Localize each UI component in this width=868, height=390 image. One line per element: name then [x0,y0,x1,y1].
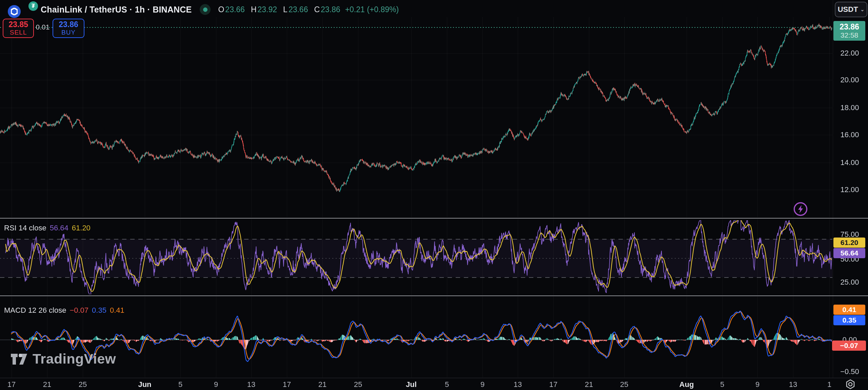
ohlc-readout: O23.66 H23.92 L23.66 C23.86 +0.21 (+0.89… [218,5,399,14]
time-axis-border [0,378,868,378]
price-scale-border [833,0,833,378]
last-price-badge: 23.86 32:58 [833,21,865,41]
macd-label: MACD 12 26 close [4,306,66,315]
pane-separator-rsi-macd[interactable] [0,295,868,296]
sell-price: 23.85 [8,20,28,29]
ohlc-open-label: O [218,5,224,14]
pane-separator-main-rsi[interactable] [0,218,868,219]
currency-label: USDT [838,5,858,14]
buy-label: BUY [61,29,76,36]
rsi-value: 56.64 [50,224,68,232]
spread-value: 0.01 [35,23,50,31]
lightning-icon [793,202,808,217]
ohlc-high-label: H [251,5,257,14]
tether-logo-icon: ₮ [28,1,38,11]
rsi-badge: 56.64 [833,248,865,258]
symbol-title[interactable]: ChainLink / TetherUS · 1h · BINANCE [41,5,192,15]
currency-selector-button[interactable]: USDT ⌄ [835,2,867,17]
watermark-text: TradingView [33,351,116,367]
buy-price: 23.86 [59,20,78,29]
rsi-label: RSI 14 close [4,224,46,232]
ohlc-close-label: C [314,5,320,14]
ohlc-high-value: 23.92 [258,5,277,14]
tradingview-chart-window: ₮ ChainLink / TetherUS · 1h · BINANCE O2… [0,0,868,390]
macd-indicator-legend[interactable]: MACD 12 26 close −0.07 0.35 0.41 [4,306,128,315]
last-price-value: 23.86 [840,22,859,31]
axis-settings-button[interactable] [845,379,856,390]
buy-button[interactable]: 23.86 BUY [53,19,84,38]
market-open-dot-icon [203,7,208,12]
gear-icon [845,379,856,390]
macd-signal-badge: 0.41 [833,305,865,315]
sell-button[interactable]: 23.85 SELL [3,19,34,38]
rsi-ma-value: 61.20 [72,224,91,232]
macd-line-value: 0.35 [92,306,106,315]
ohlc-low-label: L [283,5,288,14]
market-status-indicator[interactable] [200,4,211,15]
macd-hist-value: −0.07 [70,306,88,315]
ohlc-change-value: +0.21 (+0.89%) [345,5,399,14]
chainlink-logo-icon [8,5,21,18]
macd-hist-badge: −0.07 [832,341,866,351]
chevron-down-icon: ⌄ [861,7,865,12]
macd-line-badge: 0.35 [833,315,865,325]
tradingview-watermark: TradingView [10,351,116,367]
rsi-ma-badge: 61.20 [833,238,865,248]
ohlc-low-value: 23.66 [289,5,308,14]
tradingview-logo-icon [10,352,28,367]
sell-label: SELL [10,29,27,36]
macd-signal-value: 0.41 [110,306,124,315]
chart-header: ₮ ChainLink / TetherUS · 1h · BINANCE O2… [7,1,399,18]
ohlc-open-value: 23.66 [225,5,245,14]
quick-trade-lightning-button[interactable] [793,202,808,217]
ohlc-close-value: 23.86 [321,5,340,14]
chart-canvas[interactable] [0,0,868,390]
bar-countdown: 32:58 [841,31,859,39]
rsi-indicator-legend[interactable]: RSI 14 close 56.64 61.20 [4,224,94,232]
